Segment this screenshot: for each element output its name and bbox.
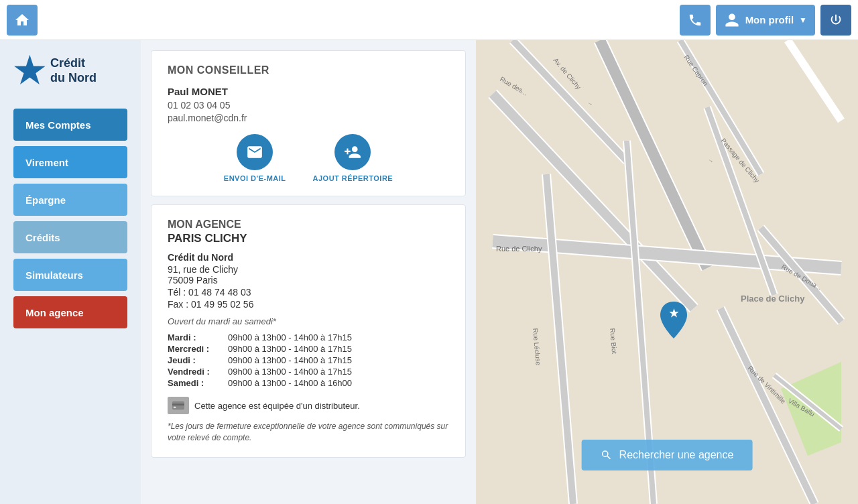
phone-button[interactable] bbox=[680, 5, 711, 36]
hours-day: Samedi : bbox=[168, 377, 228, 389]
svg-text:★: ★ bbox=[669, 308, 679, 319]
map-svg: → → Rue des... Av. de Clichy Rue Capron … bbox=[476, 40, 858, 504]
cards-column: MON CONSEILLER Paul MONET 01 02 03 04 05… bbox=[141, 40, 476, 504]
email-action-label: ENVOI D'E-MAIL bbox=[224, 174, 286, 182]
profile-button[interactable]: Mon profil ▼ bbox=[716, 5, 815, 36]
repertoire-action[interactable]: AJOUT RÉPERTOIRE bbox=[313, 134, 393, 182]
hours-row: Samedi :09h00 à 13h00 - 14h00 à 16h00 bbox=[168, 377, 449, 389]
hours-day: Vendredi : bbox=[168, 366, 228, 377]
repertoire-icon-circle bbox=[334, 134, 371, 170]
agence-city: 75009 Paris bbox=[168, 275, 449, 286]
hours-time: 09h00 à 13h00 - 14h00 à 16h00 bbox=[228, 377, 449, 389]
agence-brand: Crédit du Nord bbox=[168, 252, 449, 263]
advisor-phone: 01 02 03 04 05 bbox=[168, 100, 449, 111]
hours-row: Mercredi :09h00 à 13h00 - 14h00 à 17h15 bbox=[168, 343, 449, 355]
agence-footnote: *Les jours de fermeture exceptionnelle d… bbox=[168, 421, 449, 444]
agence-address: 91, rue de Clichy bbox=[168, 264, 449, 275]
content-area: MON CONSEILLER Paul MONET 01 02 03 04 05… bbox=[141, 40, 858, 504]
svg-text:Rue de Clichy: Rue de Clichy bbox=[496, 245, 542, 253]
atm-text: Cette agence est équipée d'un distribute… bbox=[194, 401, 360, 411]
hours-time: 09h00 à 13h00 - 14h00 à 17h15 bbox=[228, 366, 449, 377]
topbar-left bbox=[7, 5, 38, 36]
logo-area: ★ Crédit du Nord bbox=[0, 54, 141, 88]
profile-label: Mon profil bbox=[745, 14, 794, 25]
phone-icon bbox=[688, 13, 702, 27]
home-icon bbox=[14, 12, 30, 28]
agence-name: PARIS CLICHY bbox=[168, 232, 449, 245]
power-button[interactable] bbox=[820, 5, 851, 36]
hours-time: 09h00 à 13h00 - 14h00 à 17h15 bbox=[228, 355, 449, 366]
sidebar: ★ Crédit du Nord Mes Comptes Virement Ép… bbox=[0, 40, 141, 504]
topbar: Mon profil ▼ bbox=[0, 0, 858, 40]
email-icon-circle bbox=[237, 134, 273, 170]
svg-rect-2 bbox=[174, 407, 176, 408]
advisor-email: paul.monet@cdn.fr bbox=[168, 113, 449, 123]
add-person-icon bbox=[344, 143, 361, 161]
map-background: → → Rue des... Av. de Clichy Rue Capron … bbox=[476, 40, 858, 504]
email-icon bbox=[246, 143, 263, 161]
sidebar-item-credits[interactable]: Crédits bbox=[13, 221, 127, 253]
search-agency-button[interactable]: Rechercher une agence bbox=[582, 440, 753, 470]
power-icon bbox=[829, 13, 843, 27]
sidebar-item-mes-comptes[interactable]: Mes Comptes bbox=[13, 109, 127, 141]
search-icon bbox=[601, 449, 613, 461]
sidebar-item-epargne[interactable]: Épargne bbox=[13, 184, 127, 216]
advisor-name: Paul MONET bbox=[168, 86, 449, 97]
atm-icon bbox=[168, 397, 189, 414]
agence-fax: Fax : 01 49 95 02 56 bbox=[168, 299, 449, 310]
sidebar-item-mon-agence[interactable]: Mon agence bbox=[13, 296, 127, 328]
hours-row: Mardi :09h00 à 13h00 - 14h00 à 17h15 bbox=[168, 332, 449, 343]
logo-star: ★ bbox=[13, 54, 45, 88]
action-icons: ENVOI D'E-MAIL AJOUT RÉPERTOIRE bbox=[168, 134, 449, 182]
logo-text: Crédit du Nord bbox=[50, 56, 97, 85]
hours-table: Mardi :09h00 à 13h00 - 14h00 à 17h15Merc… bbox=[168, 332, 449, 389]
hours-day: Jeudi : bbox=[168, 355, 228, 366]
search-agency-label: Rechercher une agence bbox=[619, 449, 734, 461]
hours-day: Mercredi : bbox=[168, 343, 228, 355]
home-button[interactable] bbox=[7, 5, 38, 36]
repertoire-action-label: AJOUT RÉPERTOIRE bbox=[313, 174, 393, 182]
atm-card-icon bbox=[171, 399, 186, 412]
profile-arrow: ▼ bbox=[799, 15, 807, 25]
agence-section-title: MON AGENCE bbox=[168, 218, 449, 231]
map-area: → → Rue des... Av. de Clichy Rue Capron … bbox=[476, 40, 858, 504]
sidebar-item-simulateurs[interactable]: Simulateurs bbox=[13, 259, 127, 291]
hours-time: 09h00 à 13h00 - 14h00 à 17h15 bbox=[228, 332, 449, 343]
agence-open-label: Ouvert du mardi au samedi* bbox=[168, 316, 449, 326]
agence-card: MON AGENCE PARIS CLICHY Crédit du Nord 9… bbox=[151, 204, 466, 458]
hours-row: Vendredi :09h00 à 13h00 - 14h00 à 17h15 bbox=[168, 366, 449, 377]
agence-phone: Tél : 01 48 74 48 03 bbox=[168, 287, 449, 298]
email-action[interactable]: ENVOI D'E-MAIL bbox=[224, 134, 286, 182]
hours-row: Jeudi :09h00 à 13h00 - 14h00 à 17h15 bbox=[168, 355, 449, 366]
conseiller-card: MON CONSEILLER Paul MONET 01 02 03 04 05… bbox=[151, 50, 466, 196]
hours-day: Mardi : bbox=[168, 332, 228, 343]
sidebar-item-virement[interactable]: Virement bbox=[13, 146, 127, 178]
topbar-right: Mon profil ▼ bbox=[680, 5, 851, 36]
conseiller-title: MON CONSEILLER bbox=[168, 64, 449, 76]
profile-icon bbox=[724, 12, 740, 28]
main-layout: ★ Crédit du Nord Mes Comptes Virement Ép… bbox=[0, 40, 858, 504]
svg-text:Place de Clichy: Place de Clichy bbox=[741, 294, 805, 304]
atm-notice: Cette agence est équipée d'un distribute… bbox=[168, 397, 449, 414]
svg-rect-1 bbox=[172, 403, 184, 405]
hours-time: 09h00 à 13h00 - 14h00 à 17h15 bbox=[228, 343, 449, 355]
